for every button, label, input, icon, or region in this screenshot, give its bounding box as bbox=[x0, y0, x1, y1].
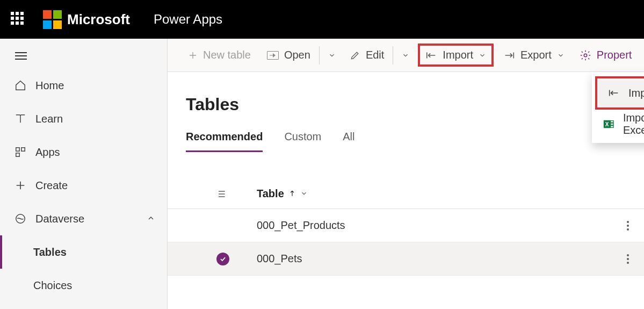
page-title: Tables bbox=[168, 85, 644, 121]
svg-text:X: X bbox=[605, 121, 609, 127]
svg-rect-9 bbox=[611, 126, 613, 128]
column-list-icon[interactable] bbox=[216, 189, 230, 199]
sort-asc-icon[interactable] bbox=[288, 188, 296, 200]
separator bbox=[319, 46, 320, 64]
edit-button[interactable]: Edit bbox=[344, 46, 389, 64]
export-button[interactable]: Export bbox=[498, 46, 570, 64]
sidebar-item-label: Home bbox=[35, 80, 64, 92]
separator bbox=[393, 46, 393, 64]
cmd-label: Import bbox=[443, 49, 473, 61]
dropdown-item-import-data[interactable]: Import data bbox=[597, 78, 644, 107]
excel-icon: X bbox=[603, 118, 614, 130]
sidebar-item-label: Create bbox=[35, 179, 68, 192]
sidebar-item-apps[interactable]: Apps bbox=[0, 135, 167, 169]
row-name: 000_Pets bbox=[257, 253, 302, 265]
edit-chevron-button[interactable] bbox=[396, 48, 415, 62]
dropdown-item-label: Import data from Excel bbox=[623, 112, 644, 136]
sidebar-item-label: Tables bbox=[33, 246, 67, 258]
column-chevron-icon[interactable] bbox=[300, 188, 308, 200]
sidebar-item-label: Choices bbox=[33, 279, 72, 292]
table-header: Table bbox=[168, 179, 644, 209]
check-circle-icon bbox=[216, 253, 229, 265]
apps-icon bbox=[14, 146, 27, 159]
cmd-label: Edit bbox=[366, 49, 384, 61]
import-dropdown: Import data X Import data from Excel bbox=[592, 72, 644, 143]
sidebar-item-tables[interactable]: Tables bbox=[0, 235, 167, 269]
dataverse-icon bbox=[14, 212, 27, 225]
row-name: 000_Pet_Products bbox=[257, 219, 345, 232]
cmd-label: Propert bbox=[597, 49, 632, 61]
main-area: New table Open Edit Import bbox=[168, 39, 644, 309]
sidebar-item-label: Dataverse bbox=[35, 213, 84, 225]
svg-rect-2 bbox=[16, 153, 19, 156]
sidebar-item-label: Learn bbox=[35, 113, 63, 125]
tab-custom[interactable]: Custom bbox=[284, 131, 321, 152]
plus-icon bbox=[14, 179, 27, 192]
open-chevron-button[interactable] bbox=[323, 48, 341, 62]
book-icon bbox=[14, 112, 27, 125]
dropdown-item-import-excel[interactable]: X Import data from Excel bbox=[592, 110, 644, 139]
chevron-down-icon bbox=[402, 52, 409, 59]
home-icon bbox=[14, 79, 27, 92]
import-icon bbox=[608, 88, 620, 98]
tab-all[interactable]: All bbox=[343, 131, 354, 152]
table-row[interactable]: 000_Pet_Products bbox=[168, 209, 644, 242]
svg-point-4 bbox=[584, 54, 587, 57]
chevron-down-icon bbox=[557, 52, 565, 59]
plus-icon bbox=[188, 51, 198, 60]
table-section: Table 000_Pet_Products bbox=[168, 179, 644, 276]
brand-label: Microsoft bbox=[67, 11, 130, 28]
import-button[interactable]: Import bbox=[418, 44, 494, 67]
svg-rect-7 bbox=[611, 121, 613, 123]
sidebar: Home Learn Apps Create Dataverse bbox=[0, 39, 168, 309]
sidebar-item-dataverse[interactable]: Dataverse bbox=[0, 202, 167, 235]
open-button[interactable]: Open bbox=[262, 46, 316, 64]
import-icon bbox=[425, 51, 437, 60]
cmd-label: Open bbox=[284, 49, 310, 61]
microsoft-logo-icon bbox=[43, 10, 62, 29]
sidebar-item-label: Apps bbox=[35, 146, 60, 159]
dropdown-item-label: Import data bbox=[628, 87, 644, 99]
table-row[interactable]: 000_Pets bbox=[168, 242, 644, 276]
svg-rect-1 bbox=[21, 148, 25, 151]
tabs: Recommended Custom All bbox=[168, 131, 644, 152]
cmd-label: New table bbox=[203, 49, 251, 61]
hamburger-icon bbox=[15, 52, 27, 60]
command-bar: New table Open Edit Import bbox=[168, 39, 644, 72]
properties-button[interactable]: Propert bbox=[574, 46, 638, 64]
sidebar-item-learn[interactable]: Learn bbox=[0, 102, 167, 135]
gear-icon bbox=[580, 49, 591, 61]
chevron-down-icon bbox=[328, 52, 336, 59]
chevron-up-icon bbox=[147, 213, 155, 225]
top-bar: Microsoft Power Apps bbox=[0, 0, 644, 39]
hamburger-button[interactable] bbox=[0, 43, 167, 69]
row-select[interactable] bbox=[216, 253, 230, 265]
sidebar-item-choices[interactable]: Choices bbox=[0, 269, 167, 302]
sidebar-item-create[interactable]: Create bbox=[0, 169, 167, 202]
sidebar-item-home[interactable]: Home bbox=[0, 69, 167, 102]
app-name-label: Power Apps bbox=[154, 12, 222, 27]
highlight-import-data: Import data bbox=[595, 76, 644, 110]
row-more-button[interactable] bbox=[627, 221, 629, 231]
export-icon bbox=[503, 51, 515, 60]
svg-rect-0 bbox=[16, 148, 19, 151]
row-more-button[interactable] bbox=[627, 254, 629, 264]
pencil-icon bbox=[350, 50, 360, 61]
new-table-button[interactable]: New table bbox=[183, 46, 256, 64]
waffle-icon[interactable] bbox=[11, 12, 26, 27]
content: Tables Recommended Custom All Table bbox=[168, 72, 644, 309]
open-icon bbox=[267, 51, 279, 60]
tab-recommended[interactable]: Recommended bbox=[186, 131, 263, 152]
cmd-label: Export bbox=[520, 49, 552, 61]
column-header-table[interactable]: Table bbox=[257, 188, 284, 200]
svg-rect-8 bbox=[611, 123, 613, 125]
chevron-down-icon bbox=[479, 52, 486, 59]
